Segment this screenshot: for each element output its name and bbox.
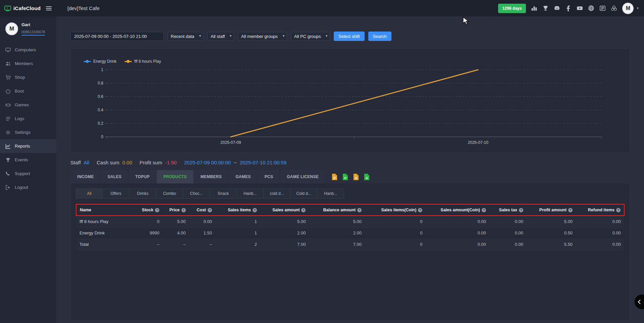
sidebar-item-reports[interactable]: Reports <box>0 139 56 153</box>
date-range-input[interactable] <box>70 32 164 41</box>
tab-pcs[interactable]: PCS <box>258 170 280 183</box>
legend-item-fff-8-hours-play[interactable]: fff 8 hours Play <box>124 59 161 64</box>
sidebar-item-label: Shop <box>15 75 25 80</box>
table-cell: 0 <box>131 216 163 227</box>
info-icon[interactable]: ? <box>181 208 186 212</box>
info-icon[interactable]: ? <box>519 208 523 212</box>
pc-groups-select[interactable]: All PC groups <box>291 32 330 41</box>
days-badge[interactable]: 1296 days <box>498 4 526 13</box>
user-avatar[interactable]: M <box>622 3 634 14</box>
table-cell: 1.50 <box>189 227 215 239</box>
subtab-offers[interactable]: Offers <box>103 189 129 199</box>
sidebar-item-boot[interactable]: Boot <box>0 84 56 98</box>
youtube-icon[interactable] <box>577 5 583 11</box>
chart-legend: Energy Drinkfff 8 hours Play <box>84 59 627 64</box>
discord-icon[interactable] <box>554 5 560 11</box>
facebook-icon[interactable] <box>565 5 572 11</box>
gear-icon <box>5 130 11 135</box>
table-cell: Total <box>76 239 131 250</box>
info-icon[interactable]: ? <box>357 208 362 212</box>
subtab-drinks[interactable]: Drinks <box>129 189 156 199</box>
column-header-price: Price? <box>163 204 189 216</box>
table-cell: 0.00 <box>576 227 624 239</box>
sidebar-item-label: Computers <box>15 47 36 52</box>
tab-topup[interactable]: TOPUP <box>128 170 157 183</box>
table-cell: – <box>189 239 215 250</box>
brand[interactable]: iCafeCloud <box>4 5 41 12</box>
info-icon[interactable]: ? <box>418 208 422 212</box>
sidebar-item-events[interactable]: Events <box>0 153 56 167</box>
table-cell: 0 <box>365 227 426 239</box>
column-header-sales-items-coin: Sales items(Coin)? <box>365 204 426 216</box>
line-chart: 00.20.40.60.812025-07-092025-07-10 <box>73 66 627 148</box>
info-icon[interactable]: ? <box>482 208 486 212</box>
subtab-hanb[interactable]: Hanb... <box>317 189 344 199</box>
globe-icon[interactable] <box>588 5 594 11</box>
svg-text:2025-07-10: 2025-07-10 <box>468 140 489 145</box>
sidebar-item-logout[interactable]: Logout <box>0 180 56 194</box>
table-cell: 0.00 <box>489 239 527 250</box>
export-pdf-current-icon[interactable]: P <box>332 173 337 180</box>
trophy-icon[interactable] <box>542 5 549 11</box>
subtab-hanb[interactable]: Hanb... <box>237 189 264 199</box>
info-icon[interactable]: ? <box>253 208 257 212</box>
info-icon[interactable]: ? <box>568 208 573 212</box>
info-icon[interactable]: ? <box>208 208 212 212</box>
sidebar-item-label: Games <box>15 102 29 107</box>
svg-text:0.4: 0.4 <box>98 108 103 112</box>
subtab-choc[interactable]: Choc... <box>183 189 210 199</box>
subtab-all[interactable]: All <box>76 189 103 199</box>
chevron-down-icon[interactable]: ▾ <box>637 6 639 10</box>
subtab-cold-d[interactable]: Cold d... <box>290 189 317 199</box>
column-header-name: Name <box>76 204 131 216</box>
search-button[interactable]: Search <box>368 32 391 41</box>
news-icon[interactable] <box>599 5 606 11</box>
subtab-combo[interactable]: Combo <box>156 189 183 199</box>
data-type-select[interactable]: Recent data <box>167 32 204 41</box>
report-chart-icon <box>5 144 11 149</box>
svg-text:1: 1 <box>101 67 103 72</box>
select-shift-button[interactable]: Select shift <box>334 32 365 41</box>
staff-value[interactable]: All <box>84 160 90 165</box>
period-separator: ~ <box>234 160 237 165</box>
svg-text:2025-07-09: 2025-07-09 <box>220 140 241 145</box>
sidebar-item-shop[interactable]: Shop <box>0 70 56 84</box>
table-cell: 0.50 <box>527 227 576 239</box>
sidebar-user-block[interactable]: M Gari 008612345678 <box>0 16 56 42</box>
info-icon[interactable]: ? <box>155 208 159 212</box>
member-groups-select-wrapper: All member groups▾ <box>238 32 287 41</box>
staff-select[interactable]: All staff <box>207 32 234 41</box>
user-phone: 008612345678 <box>21 30 45 36</box>
community-icon[interactable] <box>611 5 617 11</box>
leaderboard-icon[interactable] <box>531 5 537 11</box>
member-groups-select[interactable]: All member groups <box>238 32 287 41</box>
subtab-cold-d[interactable]: cold d... <box>264 189 290 199</box>
export-pdf-all-icon[interactable]: P <box>342 173 348 180</box>
members-icon <box>5 61 11 66</box>
svg-text:0.8: 0.8 <box>98 81 103 86</box>
export-excel-current-icon[interactable]: X <box>353 173 359 180</box>
sidebar-item-games[interactable]: Games <box>0 98 56 112</box>
tab-products[interactable]: PRODUCTS <box>157 170 194 183</box>
sidebar-item-settings[interactable]: Settings <box>0 125 56 139</box>
sidebar-item-computers[interactable]: Computers <box>0 43 56 57</box>
sidebar-item-label: Settings <box>15 130 31 135</box>
table-cell: 0 <box>365 216 426 227</box>
tab-income[interactable]: INCOME <box>70 170 101 183</box>
sidebar-item-logs[interactable]: Logs <box>0 112 56 125</box>
tab-games[interactable]: GAMES <box>229 170 258 183</box>
table-cell: 0.00 <box>426 227 489 239</box>
export-excel-all-icon[interactable]: X <box>364 173 370 180</box>
tab-members[interactable]: MEMBERS <box>194 170 229 183</box>
tab-sales[interactable]: SALES <box>101 170 129 183</box>
tab-game-license[interactable]: GAME LICENSE <box>280 170 326 183</box>
brand-area: iCafeCloud <box>0 5 56 12</box>
subtab-snack[interactable]: Snack <box>210 189 237 199</box>
sidebar-item-support[interactable]: Support <box>0 167 56 180</box>
chevron-left-icon <box>638 300 641 304</box>
hamburger-menu-icon[interactable] <box>45 5 52 12</box>
legend-item-energy-drink[interactable]: Energy Drink <box>84 59 116 64</box>
info-icon[interactable]: ? <box>616 208 621 212</box>
sidebar-item-members[interactable]: Members <box>0 57 56 70</box>
info-icon[interactable]: ? <box>301 208 306 212</box>
